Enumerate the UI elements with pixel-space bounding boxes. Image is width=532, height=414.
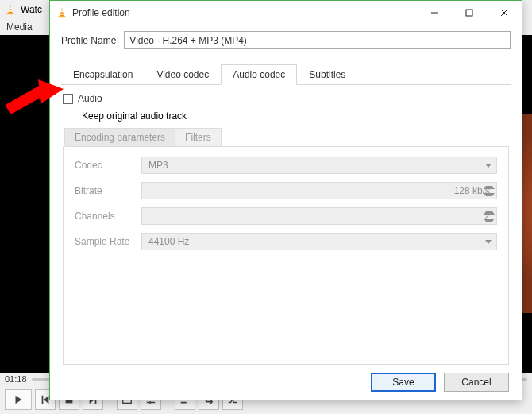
- tab-video-codec[interactable]: Video codec: [145, 64, 221, 85]
- bitrate-value: 128 kb/s: [148, 185, 490, 196]
- svg-rect-10: [60, 14, 64, 15]
- profile-name-input[interactable]: [124, 31, 511, 49]
- codec-value: MP3: [148, 160, 490, 171]
- spin-buttons[interactable]: [484, 209, 495, 223]
- minimize-button[interactable]: [417, 2, 452, 24]
- keep-original-row: Keep original audio track: [77, 110, 509, 122]
- samplerate-row: Sample Rate 44100 Hz: [75, 233, 497, 250]
- chevron-down-icon: [482, 159, 495, 172]
- svg-rect-1: [9, 7, 12, 9]
- svg-point-7: [149, 401, 152, 404]
- divider: [112, 99, 509, 99]
- vlc-cone-icon: [56, 7, 67, 18]
- svg-rect-11: [466, 10, 472, 16]
- audio-checkbox-label: Audio: [78, 93, 102, 104]
- chevron-down-icon: [482, 235, 495, 248]
- profile-name-label: Profile Name: [61, 35, 116, 46]
- channels-row: Channels 2: [75, 207, 497, 225]
- bitrate-spinbox[interactable]: 128 kb/s: [141, 182, 497, 199]
- samplerate-label: Sample Rate: [75, 236, 141, 247]
- spin-buttons[interactable]: [484, 184, 495, 198]
- subtab-filters[interactable]: Filters: [175, 128, 222, 147]
- cancel-button[interactable]: Cancel: [444, 373, 509, 392]
- dialog-titlebar[interactable]: Profile edition: [50, 1, 522, 25]
- dialog-footer: Save Cancel: [50, 365, 522, 400]
- tab-audio-codec[interactable]: Audio codec: [221, 64, 297, 85]
- dialog-body: Profile Name Encapsulation Video codec A…: [50, 25, 522, 365]
- maximize-button[interactable]: [452, 2, 487, 24]
- encoding-parameters-panel: Codec MP3 Bitrate 128 kb/s Channels: [63, 146, 509, 365]
- channels-label: Channels: [75, 211, 141, 222]
- profile-name-row: Profile Name: [61, 31, 511, 49]
- profile-edition-dialog: Profile edition Profile Name Encapsulati…: [49, 0, 522, 400]
- save-button[interactable]: Save: [371, 373, 436, 392]
- svg-rect-9: [60, 10, 64, 12]
- vlc-cone-icon: [5, 4, 16, 15]
- audio-enable-row: Audio: [63, 93, 509, 104]
- play-button[interactable]: [5, 389, 32, 410]
- main-tabs: Encapsulation Video codec Audio codec Su…: [61, 64, 511, 85]
- svg-rect-8: [59, 16, 66, 17]
- codec-select[interactable]: MP3: [141, 157, 497, 174]
- audio-checkbox[interactable]: [63, 94, 73, 104]
- codec-row: Codec MP3: [75, 157, 497, 174]
- menu-media[interactable]: Media: [6, 21, 33, 33]
- close-button[interactable]: [487, 2, 522, 24]
- keep-original-label: Keep original audio track: [82, 110, 187, 122]
- bitrate-label: Bitrate: [75, 185, 141, 196]
- samplerate-select[interactable]: 44100 Hz: [141, 233, 497, 250]
- codec-label: Codec: [75, 160, 141, 171]
- bitrate-row: Bitrate 128 kb/s: [75, 182, 497, 199]
- channels-spinbox[interactable]: 2: [141, 207, 497, 225]
- samplerate-value: 44100 Hz: [148, 236, 490, 247]
- tab-encapsulation[interactable]: Encapsulation: [61, 64, 145, 85]
- audio-codec-panel: Audio Keep original audio track Encoding…: [61, 85, 511, 365]
- vlc-title-text: Watc: [21, 4, 42, 15]
- subtab-encoding[interactable]: Encoding parameters: [64, 128, 175, 147]
- svg-rect-0: [7, 13, 14, 14]
- tab-subtitles[interactable]: Subtitles: [297, 64, 357, 85]
- dialog-title: Profile edition: [72, 7, 417, 18]
- time-elapsed: 01:18: [5, 374, 27, 384]
- sub-tabs: Encoding parameters Filters: [64, 128, 509, 147]
- channels-value: 2: [148, 211, 490, 222]
- svg-rect-2: [9, 10, 13, 12]
